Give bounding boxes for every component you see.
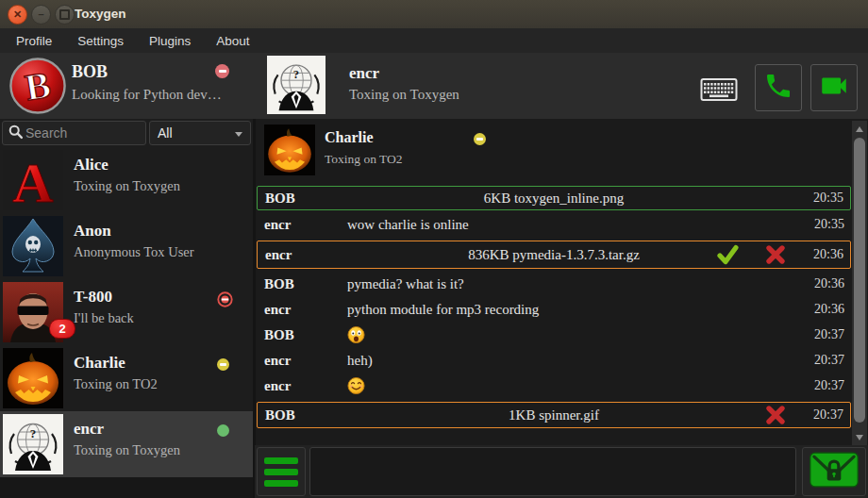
- chat-peer-name: Charlie: [325, 129, 374, 146]
- scrollbar[interactable]: [852, 121, 867, 445]
- menu-item-about[interactable]: About: [211, 34, 254, 48]
- contact-status-message: I'll be back: [74, 310, 134, 326]
- emoji-shocked: [347, 326, 365, 344]
- minimize-icon[interactable]: –: [31, 5, 51, 25]
- svg-text:?: ?: [293, 68, 299, 81]
- message-time: 20:37: [814, 378, 844, 393]
- toxygen-window: ✕ – Toxygen ProfileSettingsPluginsAbout …: [0, 0, 868, 498]
- message-text: python module for mp3 recording: [347, 302, 539, 318]
- accept-transfer-button[interactable]: [716, 244, 740, 265]
- message-sender: encr: [264, 353, 291, 369]
- smileys-menu-icon: [264, 457, 298, 464]
- message-time: 20:36: [814, 302, 844, 317]
- contact-avatar: A: [3, 150, 63, 210]
- message-row: encr 20:37: [257, 374, 851, 398]
- message-time: 20:35: [814, 217, 844, 232]
- message-time: 20:37: [814, 353, 844, 368]
- contact-name: T-800: [74, 288, 112, 307]
- title-bar[interactable]: ✕ – Toxygen: [0, 0, 868, 29]
- scroll-down-icon[interactable]: [852, 430, 867, 444]
- presence-busy-ring-icon: [217, 291, 233, 307]
- smileys-menu-button[interactable]: [257, 447, 306, 496]
- message-emoji: [347, 377, 365, 395]
- self-avatar[interactable]: B: [8, 57, 67, 115]
- cancel-transfer-button[interactable]: [765, 244, 786, 265]
- message-sender: encr: [264, 302, 291, 318]
- chevron-down-icon: [235, 132, 242, 137]
- contact-filter-value: All: [158, 125, 173, 141]
- self-name[interactable]: BOB: [72, 62, 108, 82]
- accept-transfer-icon[interactable]: [716, 244, 740, 265]
- message-row: encrwow charlie is online20:35: [257, 212, 851, 237]
- scrollbar-thumb[interactable]: [854, 138, 865, 423]
- message-text: pymedia? what is it?: [347, 276, 464, 292]
- message-input[interactable]: [309, 447, 796, 496]
- menu-bar: ProfileSettingsPluginsAbout: [0, 28, 868, 53]
- audio-call-button[interactable]: [755, 64, 802, 111]
- message-sender: encr: [264, 217, 291, 233]
- contact-list: A Alice Toxing on Toxygen Anon Anonymous…: [0, 147, 255, 477]
- contact-name: Alice: [74, 156, 108, 174]
- video-call-button[interactable]: [810, 64, 858, 111]
- svg-text:A: A: [12, 152, 53, 210]
- keyboard-icon[interactable]: [698, 74, 740, 106]
- contact-item-alice[interactable]: A Alice Toxing on Toxygen: [0, 147, 253, 213]
- message-row: encrheh)20:37: [257, 348, 851, 373]
- file-transfer-row[interactable]: encr836KB pymedia-1.3.7.3.tar.gz 20:36: [257, 241, 851, 269]
- encrypted-send-icon: [810, 451, 859, 492]
- file-transfer-row[interactable]: BOB1KB spinner.gif 20:37: [257, 402, 851, 428]
- emoji-smile: [347, 377, 365, 395]
- contact-item-charlie[interactable]: Charlie Toxing on TO2: [0, 345, 253, 411]
- svg-text:?: ?: [30, 426, 37, 440]
- message-time: 20:37: [813, 407, 843, 423]
- message-row: encrpython module for mp3 recording20:36: [257, 297, 851, 322]
- contact-item-t-800[interactable]: T-800 I'll be back 2: [0, 279, 253, 345]
- contact-filter-dropdown[interactable]: All: [149, 121, 251, 145]
- cancel-transfer-icon[interactable]: [765, 405, 786, 425]
- menu-item-settings[interactable]: Settings: [73, 34, 128, 48]
- message-emoji: [347, 326, 365, 344]
- phone-icon: [763, 71, 793, 105]
- file-transfer-row[interactable]: BOB6KB toxygen_inline.png20:35: [257, 186, 851, 210]
- message-time: 20:37: [814, 327, 844, 342]
- self-status-message[interactable]: Looking for Python dev…: [72, 87, 222, 103]
- contact-item-encr[interactable]: ? encr Toxing on Toxygen: [0, 411, 253, 477]
- close-icon[interactable]: ✕: [8, 5, 27, 25]
- message-row: BOB 20:37: [257, 323, 851, 347]
- chat-peer-avatar: [264, 124, 315, 175]
- cancel-transfer-button[interactable]: [765, 405, 786, 425]
- contact-name: Charlie: [74, 354, 125, 373]
- chat-peer-item[interactable]: Charlie Toxing on TO2: [257, 123, 851, 177]
- chat-peer-presence-away-icon: [474, 133, 486, 145]
- maximize-icon[interactable]: [55, 5, 75, 25]
- active-chat-status-message: Toxing on Toxygen: [349, 87, 459, 103]
- message-time: 20:35: [813, 191, 843, 206]
- contact-status-message: Toxing on TO2: [74, 376, 158, 392]
- self-presence-busy-icon[interactable]: [215, 64, 229, 78]
- menu-item-profile[interactable]: Profile: [11, 34, 57, 48]
- scroll-up-icon[interactable]: [852, 122, 867, 136]
- video-camera-icon: [818, 70, 850, 106]
- contact-status-message: Anonymous Tox User: [74, 244, 194, 260]
- file-transfer-name: 836KB pymedia-1.3.7.3.tar.gz: [258, 247, 850, 263]
- search-box[interactable]: [2, 121, 146, 145]
- message-row: BOBpymedia? what is it?20:36: [257, 272, 851, 296]
- contact-avatar: ?: [3, 414, 63, 474]
- cancel-transfer-icon[interactable]: [765, 244, 786, 265]
- message-sender: BOB: [264, 327, 294, 343]
- contact-item-anon[interactable]: Anon Anonymous Tox User: [0, 213, 253, 279]
- search-input[interactable]: [24, 124, 136, 141]
- message-text: wow charlie is online: [347, 217, 469, 233]
- menu-item-plugins[interactable]: Plugins: [144, 34, 195, 48]
- sidebar-bottom: [0, 477, 255, 498]
- file-transfer-name: 6KB toxygen_inline.png: [258, 191, 850, 207]
- presence-online-icon: [217, 424, 229, 437]
- search-icon: [8, 124, 24, 143]
- unread-count-badge: 2: [49, 319, 75, 339]
- contact-name: encr: [74, 420, 104, 439]
- active-chat-avatar: ?: [267, 56, 326, 114]
- presence-away-icon: [217, 358, 229, 371]
- message-sender: BOB: [264, 276, 294, 292]
- send-button[interactable]: [802, 447, 866, 496]
- message-time: 20:36: [814, 276, 844, 291]
